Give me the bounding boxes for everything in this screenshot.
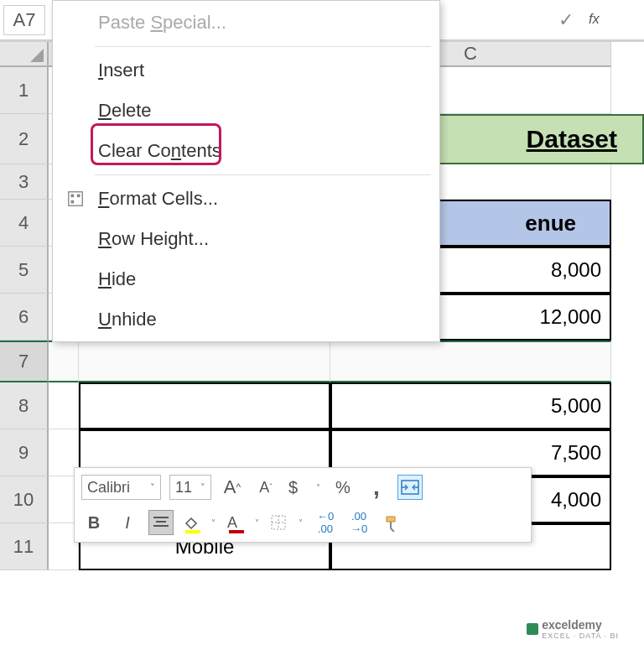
- increase-font-button[interactable]: A^: [220, 475, 245, 500]
- row-head-8[interactable]: 8: [0, 382, 49, 429]
- row-head-3[interactable]: 3: [0, 164, 49, 200]
- watermark-logo-icon: [527, 623, 538, 635]
- svg-rect-3: [77, 195, 80, 198]
- format-painter-button[interactable]: [380, 510, 405, 535]
- percent-format-button[interactable]: %: [330, 475, 356, 500]
- cell-c10-value: 4,000: [551, 488, 601, 512]
- grid-row-8: 8 5,000: [0, 382, 644, 429]
- bold-button[interactable]: B: [81, 510, 106, 535]
- cell-a8[interactable]: [49, 382, 79, 429]
- caret-down-icon: ˅: [299, 518, 303, 528]
- row-head-11[interactable]: 11: [0, 523, 49, 570]
- comma-format-button[interactable]: ,: [364, 475, 389, 500]
- context-menu: Paste Special... Insert Delete Clear Con…: [52, 0, 440, 342]
- ctx-row-height[interactable]: Row Height...: [53, 219, 439, 259]
- grid-row-7-selected: 7: [0, 341, 644, 382]
- font-color-button[interactable]: A˅: [226, 510, 261, 535]
- caret-down-icon: ˅: [316, 483, 320, 492]
- caret-down-icon: ˅: [200, 482, 205, 493]
- currency-label: $: [288, 478, 298, 497]
- mini-toolbar: Calibri˅ 11˅ A^ Aˇ $˅ % , B I ˅ A˅ ˅ ←0.…: [74, 467, 532, 543]
- watermark: exceldemy EXCEL · DATA · BI: [527, 618, 619, 640]
- ctx-clear-contents[interactable]: Clear Contents: [53, 131, 439, 171]
- ctx-paste-special: Paste Special...: [53, 3, 439, 43]
- caret-down-icon: ˅: [211, 518, 216, 528]
- ctx-delete[interactable]: Delete: [53, 91, 439, 131]
- borders-button[interactable]: ˅: [269, 510, 304, 535]
- select-all-triangle[interactable]: [0, 42, 49, 67]
- row-head-6[interactable]: 6: [0, 294, 49, 341]
- svg-rect-2: [71, 195, 75, 198]
- font-size: 11: [175, 479, 192, 497]
- row-head-2[interactable]: 2: [0, 114, 49, 164]
- ctx-clear-label: Clear Contents: [98, 140, 221, 162]
- ctx-rowheight-label: Row Height...: [98, 228, 209, 250]
- cell-c7[interactable]: [330, 341, 611, 382]
- cell-b7[interactable]: [79, 341, 330, 382]
- decrease-font-button[interactable]: Aˇ: [253, 475, 278, 500]
- font-name: Calibri: [87, 479, 130, 497]
- fill-color-button[interactable]: ˅: [182, 510, 217, 535]
- cell-b8[interactable]: [79, 382, 330, 429]
- row-head-4[interactable]: 4: [0, 200, 49, 247]
- decrease-decimal-button[interactable]: .00→0: [346, 510, 371, 535]
- svg-rect-1: [69, 192, 83, 206]
- ctx-hide[interactable]: Hide: [53, 259, 439, 299]
- watermark-brand: exceldemy: [542, 618, 619, 632]
- ctx-paste-special-label: Paste Special...: [98, 12, 226, 34]
- ctx-format-label: Format Cells...: [98, 188, 218, 210]
- svg-rect-4: [71, 200, 75, 204]
- ctx-insert[interactable]: Insert: [53, 50, 439, 91]
- font-size-selector[interactable]: 11˅: [169, 475, 211, 500]
- caret-down-icon: ˅: [255, 518, 259, 528]
- caret-down-icon: ˅: [150, 482, 155, 493]
- cell-a7[interactable]: [49, 341, 79, 382]
- row-head-7[interactable]: 7: [0, 341, 49, 382]
- ctx-insert-label: Insert: [98, 60, 144, 81]
- merge-center-button[interactable]: [397, 475, 423, 500]
- watermark-sub: EXCEL · DATA · BI: [542, 632, 619, 640]
- fx-icon[interactable]: fx: [589, 9, 607, 31]
- row-head-9[interactable]: 9: [0, 429, 49, 476]
- increase-decimal-button[interactable]: ←0.00: [313, 510, 338, 535]
- ctx-hide-label: Hide: [98, 268, 136, 290]
- italic-button[interactable]: I: [115, 510, 140, 535]
- align-center-button[interactable]: [148, 510, 174, 535]
- ctx-unhide-label: Unhide: [98, 309, 157, 330]
- ctx-separator: [95, 46, 431, 47]
- svg-text:fx: fx: [589, 10, 600, 25]
- row-head-1[interactable]: 1: [0, 67, 49, 114]
- ctx-delete-label: Delete: [98, 100, 152, 122]
- ctx-format-cells[interactable]: Format Cells...: [53, 179, 439, 219]
- row-head-5[interactable]: 5: [0, 247, 49, 294]
- row-head-10[interactable]: 10: [0, 476, 49, 523]
- check-icon: ✓: [558, 9, 574, 31]
- format-cells-icon: [65, 188, 86, 210]
- ctx-separator: [95, 174, 431, 175]
- font-family-selector[interactable]: Calibri˅: [81, 475, 161, 500]
- ctx-unhide[interactable]: Unhide: [53, 299, 439, 340]
- name-box[interactable]: A7: [3, 5, 45, 35]
- cell-c8[interactable]: 5,000: [330, 382, 611, 429]
- currency-format-button[interactable]: $˅: [287, 475, 322, 500]
